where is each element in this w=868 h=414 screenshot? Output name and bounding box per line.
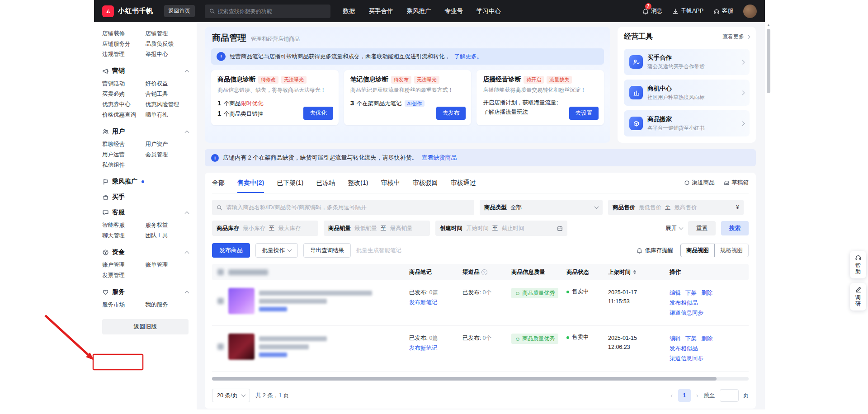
topbar-search[interactable] [205, 5, 330, 18]
tool-opportunity-center[interactable]: 商机中心 社区用户种草热度风向标 [624, 80, 750, 106]
horizontal-scrollbar[interactable] [212, 377, 749, 381]
take-down-link[interactable]: 下架 [685, 335, 697, 342]
sidebar-item-dm-widget[interactable]: 私信组件 [102, 160, 146, 170]
go-setup-button[interactable]: 去设置 [569, 107, 599, 120]
page-size-select[interactable]: 20 条/页 [212, 389, 250, 402]
channel-sync-link[interactable]: 渠道信息同步 [670, 355, 703, 362]
survey-float-button[interactable]: 调研 [850, 283, 866, 310]
product-search-field[interactable] [212, 200, 474, 215]
end-time-input[interactable]: 截止时间 [502, 225, 524, 232]
min-stock-input[interactable]: 最小库存 [243, 225, 265, 232]
publish-new-note-link[interactable]: 发布新笔记 [409, 299, 438, 306]
low-stock-alert-toggle[interactable]: 低库存提醒 [637, 247, 674, 254]
sidebar-item-chat-management[interactable]: 聊天管理 [102, 231, 146, 241]
current-page-number[interactable]: 1 [678, 389, 691, 402]
delete-link[interactable]: 删除 [701, 290, 712, 296]
sidebar-item-shop-service-score[interactable]: 店铺服务分 [102, 39, 146, 49]
scroll-up-arrow-icon[interactable]: ▲ [766, 22, 771, 28]
sort-icon[interactable] [633, 270, 636, 274]
sidebar-item-coupon-center[interactable]: 优惠券中心 [102, 99, 146, 110]
vertical-scrollbar-thumb[interactable] [767, 29, 770, 93]
tab-rejected[interactable]: 审核驳回 [412, 173, 438, 193]
learn-more-link[interactable]: 了解更多。 [454, 53, 483, 61]
tab-rectify[interactable]: 整改(1) [348, 173, 368, 193]
sidebar-item-my-services[interactable]: 我的服务 [146, 300, 189, 310]
sidebar-item-must-buy[interactable]: 买卖必购 [102, 89, 146, 99]
sidebar-item-report-center[interactable]: 举报中心 [146, 49, 189, 60]
view-spec-toggle[interactable]: 规格视图 [714, 244, 749, 257]
sidebar-section-fund[interactable]: 资金 [102, 248, 189, 256]
nav-wind-promo[interactable]: 乘风推广 [407, 7, 431, 15]
sidebar-item-invoice-management[interactable]: 发票管理 [102, 270, 146, 281]
batch-smart-notes-button[interactable]: 批量生成智能笔记 [356, 247, 401, 254]
tool-product-mover[interactable]: 商品搬家 各平台一键铺货至小红书 [624, 110, 750, 136]
sidebar-item-marketing-campaign[interactable]: 营销活动 [102, 79, 146, 89]
tab-passed[interactable]: 审核通过 [450, 173, 476, 193]
tool-buyer-coop[interactable]: 买手合作 蒲公英邀约买手合作带货 [624, 49, 750, 75]
sidebar-item-promo-risk-management[interactable]: 优惠风险管理 [146, 99, 189, 110]
sidebar-item-bill-management[interactable]: 账单管理 [146, 260, 189, 270]
sidebar-item-smart-cs[interactable]: 智能客服 [102, 220, 146, 231]
nav-data[interactable]: 数据 [343, 7, 355, 15]
max-price-input[interactable]: 最高售价 [675, 204, 697, 212]
view-product-toggle[interactable]: 商品视图 [680, 244, 715, 257]
sidebar-item-team-tools[interactable]: 团队工具 [146, 231, 189, 241]
sidebar-section-user[interactable]: 用户 [102, 127, 189, 136]
tab-selling[interactable]: 售卖中(2) [237, 173, 264, 193]
sidebar-item-review-reward[interactable]: 晒单有礼 [146, 110, 189, 120]
view-more-link[interactable]: 查看更多 [722, 33, 750, 41]
channel-goods-entry[interactable]: 渠道商品 [684, 179, 715, 187]
expand-filters-toggle[interactable]: 展开 [665, 225, 683, 232]
prev-page-button[interactable]: ‹ [670, 392, 674, 399]
sidebar-item-group-chat[interactable]: 群聊经营 [102, 139, 146, 150]
publish-similar-link[interactable]: 发布相似品 [670, 345, 698, 352]
edit-link[interactable]: 编辑 [670, 335, 681, 342]
sidebar-item-user-operation[interactable]: 用户运营 [102, 150, 146, 160]
help-float-button[interactable]: 帮助 [850, 251, 866, 278]
sidebar-item-account-management[interactable]: 账户管理 [102, 260, 146, 270]
tab-offline[interactable]: 已下架(1) [277, 173, 303, 193]
question-icon[interactable]: ? [481, 269, 487, 275]
tab-auditing[interactable]: 审核中 [381, 173, 400, 193]
publish-similar-link[interactable]: 发布相似品 [670, 300, 698, 306]
messages-entry[interactable]: 7 消息 [642, 7, 662, 15]
draft-box-entry[interactable]: 草稿箱 [724, 179, 749, 187]
back-home-button[interactable]: 返回首页 [164, 5, 195, 17]
user-avatar[interactable] [743, 5, 757, 18]
edit-link[interactable]: 编辑 [670, 290, 681, 296]
product-type-select[interactable]: 商品类型 全部 [480, 200, 603, 215]
sidebar-item-good-price-benefit[interactable]: 好价权益 [146, 79, 189, 89]
max-sales-input[interactable]: 最高销量 [390, 225, 413, 232]
delete-link[interactable]: 删除 [701, 335, 712, 342]
brand-logo-icon[interactable] [102, 5, 114, 17]
sidebar-item-service-market[interactable]: 服务市场 [102, 300, 146, 310]
sidebar-item-price-promo-query[interactable]: 价格优惠查询 [102, 110, 146, 120]
next-page-button[interactable]: › [695, 392, 699, 399]
sidebar-item-violation-management[interactable]: 违规管理 [102, 49, 146, 60]
publish-product-button[interactable]: 发布商品 [212, 243, 250, 258]
sidebar-item-marketing-tools[interactable]: 营销工具 [146, 89, 189, 99]
batch-operation-dropdown[interactable]: 批量操作 [255, 243, 298, 258]
tab-frozen[interactable]: 已冻结 [316, 173, 335, 193]
vertical-scrollbar[interactable]: ▲ [766, 22, 771, 409]
sidebar-section-service[interactable]: 服务 [102, 288, 189, 296]
nav-pro-account[interactable]: 专业号 [445, 7, 463, 15]
support-entry[interactable]: 客服 [713, 7, 733, 15]
horizontal-scrollbar-thumb[interactable] [212, 377, 717, 381]
publish-new-note-link[interactable]: 发布新笔记 [409, 344, 438, 352]
nav-learning-center[interactable]: 学习中心 [476, 7, 501, 15]
min-price-input[interactable]: 最低售价 [639, 204, 661, 212]
min-sales-input[interactable]: 最低销量 [354, 225, 377, 232]
max-stock-input[interactable]: 最大库存 [278, 225, 301, 232]
go-optimize-button[interactable]: 去优化 [303, 107, 333, 120]
sidebar-item-shop-management[interactable]: 店铺管理 [146, 28, 189, 39]
nav-buyer-coop[interactable]: 买手合作 [369, 7, 393, 15]
search-button[interactable]: 搜索 [721, 221, 749, 235]
sidebar-section-customer-service[interactable]: 客服 [102, 208, 189, 216]
start-time-input[interactable]: 开始时间 [466, 225, 489, 232]
sidebar-section-buyer[interactable]: 买手 [102, 193, 189, 201]
go-publish-button[interactable]: 去发布 [436, 107, 466, 120]
sidebar-item-service-benefit[interactable]: 服务权益 [146, 220, 189, 231]
sidebar-section-wind-promo[interactable]: 乘风推广 [102, 178, 189, 186]
sidebar-item-member-management[interactable]: 会员管理 [146, 150, 189, 160]
